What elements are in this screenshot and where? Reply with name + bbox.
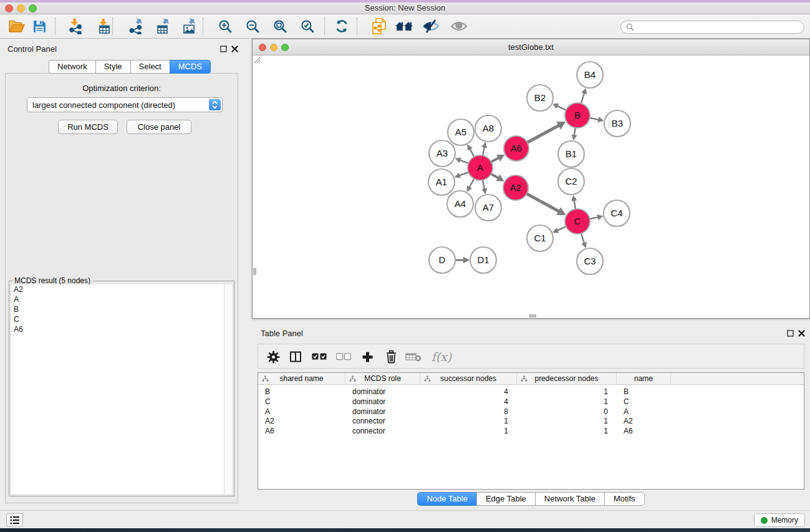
tab-network-table[interactable]: Network Table: [535, 492, 605, 506]
column-type-icon: [424, 375, 431, 382]
table-row[interactable]: Bdominator41B: [258, 387, 804, 397]
open-file-icon[interactable]: [4, 16, 28, 37]
column-header-name[interactable]: name: [617, 373, 671, 384]
export-network-icon[interactable]: [125, 16, 148, 37]
column-header-MCDS-role[interactable]: MCDS role: [345, 373, 420, 384]
edge-A-A3[interactable]: [460, 160, 468, 163]
close-panel-button[interactable]: Close panel: [127, 120, 191, 134]
column-header-successor-nodes[interactable]: successor nodes: [420, 373, 517, 384]
export-image-icon[interactable]: [178, 16, 201, 37]
select-all-checkboxes-icon[interactable]: [309, 347, 329, 367]
table-cell: dominator: [345, 397, 420, 407]
edge-A-A7[interactable]: [483, 180, 485, 190]
table-row[interactable]: A6connector11A6: [258, 427, 804, 437]
result-list-scrollbar[interactable]: [224, 284, 232, 494]
edge-B-B4[interactable]: [581, 93, 584, 104]
node-label-B2: B2: [534, 92, 546, 103]
column-header-predecessor-nodes[interactable]: predecessor nodes: [517, 373, 617, 384]
duplicate-network-icon[interactable]: [367, 16, 391, 37]
toolbar-search-field[interactable]: [620, 21, 804, 34]
add-column-plus-icon[interactable]: [357, 347, 377, 367]
column-header-shared-name[interactable]: shared name: [258, 373, 345, 384]
table-cell: 1: [517, 417, 617, 427]
clear-all-checkboxes-icon[interactable]: [334, 347, 354, 367]
zoom-selected-icon[interactable]: [296, 16, 319, 37]
run-mcds-button[interactable]: Run MCDS: [58, 120, 118, 134]
edge-A-A1[interactable]: [459, 172, 468, 176]
table-row[interactable]: Adominator80A: [258, 407, 804, 417]
edge-C-C4[interactable]: [590, 217, 599, 219]
edge-C-C2[interactable]: [574, 200, 576, 209]
table-cell: 4: [420, 397, 517, 407]
float-panel-icon[interactable]: [219, 45, 228, 53]
tab-node-table[interactable]: Node Table: [417, 492, 477, 506]
show-details-eye-icon[interactable]: [447, 16, 471, 37]
control-panel: Control Panel NetworkStyleSelectMCDS Opt…: [0, 39, 243, 510]
table-options-gear-icon[interactable]: [263, 347, 283, 367]
network-canvas[interactable]: B4B2BB3A5A8A6A3B1AA1C2A2A4A7C4CC1C3DD1: [253, 56, 809, 318]
mcds-result-item[interactable]: B: [11, 304, 224, 314]
mcds-result-item[interactable]: A2: [11, 284, 224, 294]
network-window-title: testGlobe.txt: [253, 39, 809, 56]
node-table: shared nameMCDS rolesuccessor nodesprede…: [258, 372, 804, 490]
show-column-icon[interactable]: [286, 347, 306, 367]
table-close-panel-icon[interactable]: [798, 329, 806, 337]
apply-layout-houses-icon[interactable]: [392, 16, 416, 37]
tab-motifs[interactable]: Motifs: [604, 492, 645, 506]
tab-select[interactable]: Select: [130, 60, 170, 74]
table-row[interactable]: A2connector11A2: [258, 417, 804, 427]
close-panel-icon[interactable]: [231, 45, 239, 53]
table-cell: 1: [420, 427, 517, 437]
memory-button[interactable]: Memory: [754, 513, 805, 527]
delete-table-icon[interactable]: [403, 347, 423, 367]
refresh-icon[interactable]: [330, 16, 354, 37]
search-input[interactable]: [637, 23, 799, 32]
mcds-result-item[interactable]: A: [11, 294, 224, 304]
save-session-icon[interactable]: [27, 16, 51, 37]
edge-A6-B[interactable]: [528, 125, 559, 143]
tab-mcds[interactable]: MCDS: [170, 60, 211, 74]
export-table-icon[interactable]: [152, 16, 175, 37]
table-cell: B: [617, 387, 671, 397]
edge-C-C1[interactable]: [557, 226, 566, 230]
tab-edge-table[interactable]: Edge Table: [476, 492, 536, 506]
mcds-result-item[interactable]: C: [11, 314, 224, 324]
edge-A-A8[interactable]: [483, 147, 485, 156]
edge-C-C3[interactable]: [581, 233, 584, 243]
main-toolbar: [0, 14, 810, 39]
edge-B-B2[interactable]: [557, 106, 566, 110]
table-cell: C: [258, 397, 345, 407]
table-cell: A: [617, 407, 671, 417]
table-cell: 0: [517, 407, 617, 417]
hide-graphics-details-icon[interactable]: [419, 16, 443, 37]
table-panel-title: Table Panel: [261, 329, 303, 338]
table-float-panel-icon[interactable]: [786, 329, 794, 337]
zoom-out-icon[interactable]: [241, 16, 264, 37]
delete-column-trash-icon[interactable]: [381, 347, 401, 367]
table-row[interactable]: Cdominator41C: [258, 397, 804, 407]
network-window-titlebar[interactable]: testGlobe.txt: [253, 39, 809, 56]
edge-A-A5[interactable]: [470, 149, 474, 157]
apply-function-icon[interactable]: f(x): [428, 347, 455, 367]
tab-network[interactable]: Network: [49, 60, 96, 74]
node-label-A8: A8: [483, 123, 494, 133]
edge-A2-C[interactable]: [527, 194, 559, 211]
network-graph[interactable]: B4B2BB3A5A8A6A3B1AA1C2A2A4A7C4CC1C3DD1: [253, 56, 809, 318]
criterion-select[interactable]: largest connected component (directed): [27, 97, 223, 112]
edge-A-A6[interactable]: [491, 158, 499, 162]
table-cell: 1: [517, 387, 617, 397]
edge-A-A2[interactable]: [491, 174, 498, 178]
node-label-A1: A1: [436, 177, 447, 187]
zoom-fit-icon[interactable]: [268, 16, 292, 37]
tab-style[interactable]: Style: [95, 60, 131, 74]
mcds-result-item[interactable]: A6: [11, 324, 224, 334]
column-header-label: predecessor nodes: [534, 374, 598, 383]
mcds-result-list[interactable]: A2ABCA6: [11, 284, 224, 494]
task-history-button[interactable]: [6, 513, 23, 527]
edge-B-B3[interactable]: [590, 118, 599, 120]
zoom-in-icon[interactable]: [213, 16, 237, 37]
edge-B-B1[interactable]: [574, 128, 576, 135]
edge-A-A4[interactable]: [470, 179, 475, 188]
import-network-icon[interactable]: [64, 16, 87, 37]
node-label-A5: A5: [455, 127, 466, 137]
